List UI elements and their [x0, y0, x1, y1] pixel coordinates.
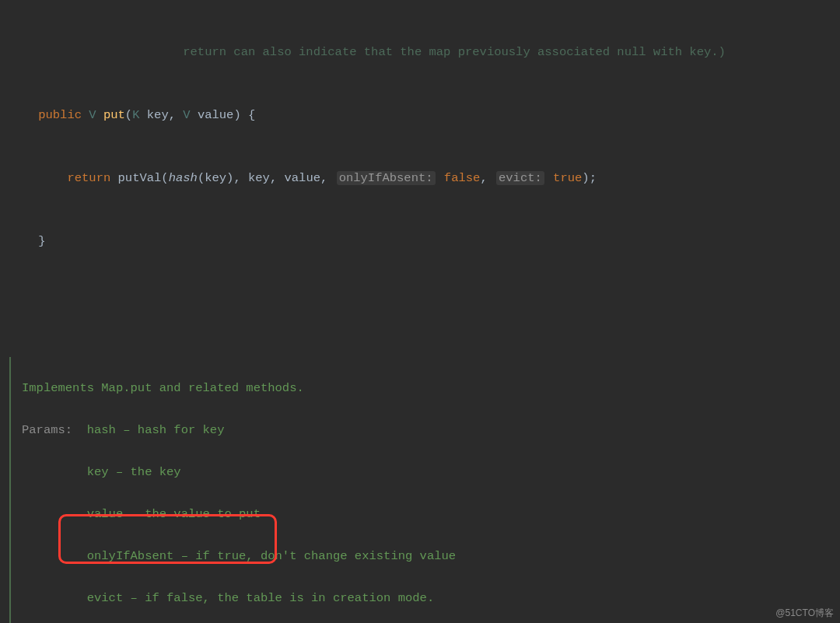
doc-text: Implements Map.put and related methods. — [22, 381, 304, 395]
watermark-text: @51CTO博客 — [775, 607, 834, 620]
code-editor-viewport[interactable]: return can also indicate that the map pr… — [0, 0, 840, 623]
code-line[interactable]: return putVal(hash(key), key, value, onl… — [9, 168, 840, 189]
code-line[interactable]: public V put(K key, V value) { — [9, 105, 840, 126]
code-line[interactable]: } — [9, 231, 840, 252]
keyword-public: public — [38, 108, 89, 122]
brace-close: } — [38, 234, 45, 248]
doc-line: onlyIfAbsent – if true, don't change exi… — [22, 546, 840, 567]
method-put: put — [103, 108, 125, 122]
doc-partial-line: return can also indicate that the map pr… — [9, 42, 840, 63]
doc-label: Params: — [22, 423, 87, 437]
text: ); — [582, 171, 597, 185]
type-K: K — [132, 108, 147, 122]
doc-fragment: return can also indicate that the map pr… — [96, 45, 726, 59]
doc-line: Implements Map.put and related methods. — [22, 378, 840, 399]
doc-text: onlyIfAbsent – if true, don't change exi… — [87, 549, 456, 563]
doc-text: value – the value to put — [87, 507, 261, 521]
comma: , — [169, 108, 184, 122]
param-key: key — [147, 108, 169, 122]
call-hash: hash — [169, 171, 198, 185]
blank-line — [9, 294, 840, 315]
comma: , — [480, 171, 495, 185]
param-value: value — [198, 108, 234, 122]
doc-text: evict – if false, the table is in creati… — [87, 591, 434, 605]
paren: ( — [125, 108, 132, 122]
doc-text: hash – hash for key — [87, 423, 225, 437]
keyword-false: false — [444, 171, 481, 185]
doc-line: value – the value to put — [22, 504, 840, 525]
doc-line: Params: hash – hash for key — [22, 420, 840, 441]
type-V: V — [183, 108, 198, 122]
hint-evict: evict: — [496, 171, 544, 185]
hint-onlyIfAbsent: onlyIfAbsent: — [337, 171, 436, 185]
doc-line: evict – if false, the table is in creati… — [22, 588, 840, 609]
keyword-true: true — [553, 171, 582, 185]
doc-line: key – the key — [22, 462, 840, 483]
call-putVal: putVal( — [118, 171, 169, 185]
javadoc-block: Implements Map.put and related methods. … — [9, 357, 840, 623]
doc-text: key – the key — [87, 465, 181, 479]
text: (key), key, value, — [198, 171, 335, 185]
type-V: V — [89, 108, 103, 122]
keyword-return: return — [67, 171, 117, 185]
brace: ) { — [233, 108, 255, 122]
